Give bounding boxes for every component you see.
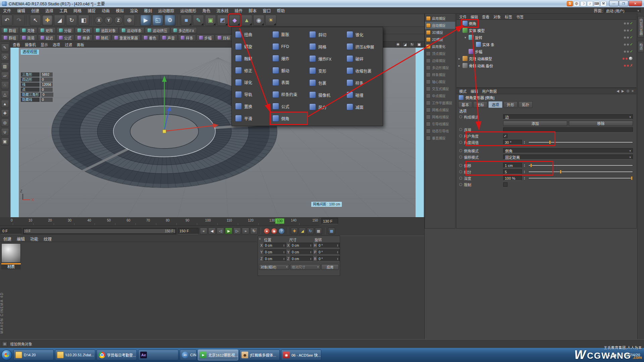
subdivision-input[interactable]: 5 (503, 169, 522, 174)
enabled-check-icon[interactable]: ✓ (630, 35, 633, 40)
light-icon[interactable]: ☀ (265, 15, 276, 26)
bevel-mode-select[interactable]: 倒角▾ (503, 148, 633, 153)
dolly-view-icon[interactable]: ◢ (402, 42, 408, 47)
effector-button[interactable]: 目标 (215, 35, 233, 41)
goto-start-button[interactable]: « (200, 228, 207, 234)
lock-workplane-icon[interactable]: ▣ (1, 137, 9, 145)
rotate-tool-icon[interactable]: ↻ (66, 15, 77, 26)
material-menu-item[interactable]: 功能 (30, 236, 38, 242)
taskbar-button[interactable]: 06 - ACDSee 快... (281, 350, 321, 360)
panel-grip-icon[interactable]: ≡ (259, 237, 261, 241)
record-parameter-toggle[interactable]: ▦ (315, 228, 322, 234)
snap-option[interactable]: 3D捕捉 (425, 29, 455, 36)
deformer-menu-item[interactable]: 倒角 (270, 112, 308, 124)
effector-button[interactable]: 公式 (56, 35, 74, 41)
minimize-button[interactable]: — (609, 1, 619, 6)
deformer-menu-item[interactable]: 样条约束 (270, 88, 308, 101)
object-menu-item[interactable]: 对象 (493, 14, 501, 19)
menu-item[interactable]: 插件 (231, 8, 246, 13)
attribute-tab[interactable]: 外形 (503, 101, 518, 108)
snap-option[interactable]: 网格线捕捉 (425, 113, 455, 120)
viewport-menu-item[interactable]: 选项 (53, 42, 60, 47)
size-mode-select[interactable]: 绝对尺寸▾ (290, 264, 320, 270)
effector-button[interactable]: 随机 (93, 35, 111, 41)
subdivision-slider[interactable] (528, 170, 633, 174)
attribute-menu-item[interactable]: 用户数据 (482, 88, 497, 94)
snap-option[interactable]: 网格点捕捉 (425, 106, 455, 113)
render-settings-icon[interactable]: ⚙ (164, 15, 175, 26)
dopesheet-button[interactable]: ▦ (328, 228, 335, 234)
rotation-input[interactable]: 0 °▲▼ (317, 243, 340, 248)
expand-icon[interactable]: ▸ (459, 64, 462, 67)
visibility-dot[interactable] (624, 22, 626, 24)
render-region-icon[interactable]: ◱ (152, 15, 163, 26)
goto-end-button[interactable]: » (242, 228, 249, 234)
visibility-dot[interactable] (624, 65, 626, 67)
attribute-menu-item[interactable]: 模式 (459, 88, 467, 94)
mograph-button[interactable]: 克隆 (19, 27, 37, 34)
object-row[interactable]: ▾ 步幅 ✓ (457, 48, 636, 55)
history-back-icon[interactable]: ◀ (616, 89, 619, 93)
edges-mode-icon[interactable]: △ (1, 90, 9, 99)
mograph-button[interactable]: 运动样条 (119, 27, 144, 34)
deformer-menu-item[interactable]: 修正 (233, 64, 270, 76)
generators-icon[interactable]: ▣ (205, 15, 216, 26)
size-input[interactable]: 0 cm▲▼ (290, 243, 313, 248)
enable-axis-icon[interactable]: ✚ (1, 109, 9, 117)
attribute-tab[interactable]: 拓扑 (519, 101, 533, 108)
viewport-menu-item[interactable]: 面板 (77, 42, 84, 47)
object-menu-item[interactable]: 书签 (516, 14, 524, 19)
stepper-icon[interactable]: ▲▼ (337, 244, 338, 247)
visibility-dot[interactable] (626, 58, 628, 60)
enabled-check-icon[interactable]: ✓ (630, 28, 633, 33)
object-row[interactable]: ▸ 克隆 动画模型 (457, 55, 636, 62)
stepper-icon[interactable]: ▲▼ (524, 163, 527, 168)
snap-option[interactable]: 启用捕捉 (425, 15, 455, 22)
menu-item[interactable]: 选择 (42, 8, 56, 13)
ime-moon-icon[interactable]: ☽ (580, 1, 586, 6)
enabled-check-icon[interactable]: ✓ (630, 42, 633, 47)
keyframe-options-button[interactable]: ? (278, 228, 285, 234)
viewport-menu-item[interactable]: 查看 (13, 42, 20, 47)
deformer-menu-item[interactable]: 收缩包裹 (344, 65, 382, 77)
maximize-button[interactable]: ❐ (619, 1, 628, 6)
menu-item[interactable]: 雕刻 (141, 8, 155, 13)
polygons-mode-icon[interactable]: ▲ (1, 100, 9, 108)
enable-snap-icon[interactable]: ∪ (1, 128, 9, 136)
deformer-menu-item[interactable]: 螺旋 (233, 41, 270, 53)
depth-slider[interactable] (528, 176, 633, 180)
stepper-icon[interactable]: ▲▼ (310, 251, 312, 253)
prev-key-button[interactable]: ◀ (208, 228, 216, 234)
attribute-tab[interactable]: 选项 (488, 101, 502, 108)
record-keyframe-button[interactable]: ● (264, 228, 270, 234)
effector-button[interactable]: 着色 (141, 35, 159, 41)
add-button[interactable]: 添加 (503, 121, 567, 126)
deformer-menu-item[interactable]: 包裹 (307, 77, 344, 89)
range-end-input[interactable]: 150 F (178, 228, 199, 234)
visibility-dot[interactable] (627, 29, 629, 32)
stepper-icon[interactable]: ▲▼ (310, 257, 312, 260)
make-editable-icon[interactable]: ✎ (1, 44, 9, 52)
stepper-icon[interactable]: ▲▼ (337, 257, 338, 260)
autokey-button[interactable]: ◉ (271, 228, 277, 234)
remove-button[interactable]: 移除 (569, 121, 633, 126)
material-tag-icon[interactable] (629, 56, 633, 61)
deformer-menu-item[interactable]: 融解 (233, 53, 270, 65)
taskbar-button[interactable]: 北京1612期影视... (198, 350, 238, 360)
attribute-tab[interactable]: 基本 (458, 101, 472, 108)
move-tool-icon[interactable]: ✚ (42, 15, 53, 26)
timeline-ruler[interactable]: 0102030405060708090100110120130140150 13… (0, 217, 319, 226)
deformer-menu-item[interactable]: 摄像机 (307, 89, 344, 101)
offset-input[interactable]: 1 cm (503, 163, 522, 168)
visibility-dot[interactable] (627, 22, 629, 24)
ime-toolbox-icon[interactable]: ⚒ (600, 1, 606, 6)
model-mode-icon[interactable]: ◇ (1, 53, 9, 61)
enabled-check-icon[interactable]: ✓ (630, 21, 633, 25)
snap-option[interactable]: 轴心捕捉 (425, 78, 455, 85)
scale-tool-icon[interactable]: ◢ (54, 15, 65, 26)
effector-button[interactable]: 步幅 (197, 35, 214, 41)
snap-option[interactable]: 边缘捕捉 (425, 57, 455, 64)
size-input[interactable]: 0 cm▲▼ (290, 249, 313, 255)
deformer-menu-item[interactable]: 样条 (344, 77, 382, 89)
snap-option[interactable]: 启用量化 (425, 43, 455, 50)
